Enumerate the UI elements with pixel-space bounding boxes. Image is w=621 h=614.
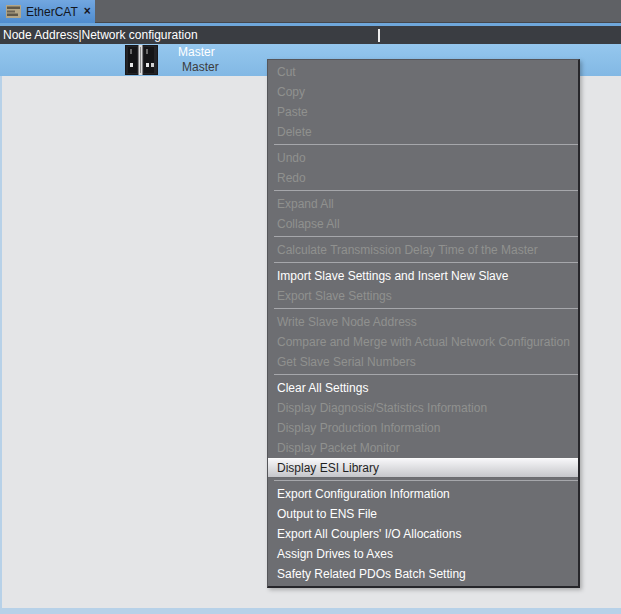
menu-item-display-packet-monitor: Display Packet Monitor <box>268 438 578 458</box>
menu-separator <box>274 308 578 309</box>
menu-item-paste: Paste <box>268 102 578 122</box>
ethercat-icon <box>6 5 21 18</box>
menu-item-display-diagnosis-statistics: Display Diagnosis/Statistics Information <box>268 398 578 418</box>
menu-item-calculate-transmission-delay: Calculate Transmission Delay Time of the… <box>268 240 578 260</box>
master-sublabel: Master <box>182 60 219 74</box>
menu-item-redo: Redo <box>268 168 578 188</box>
tab-label: EtherCAT <box>26 5 78 19</box>
tab-ethercat[interactable]: EtherCAT × <box>0 0 95 23</box>
menu-item-delete: Delete <box>268 122 578 142</box>
menu-item-display-esi-library[interactable]: Display ESI Library <box>268 458 578 478</box>
menu-item-copy: Copy <box>268 82 578 102</box>
menu-item-write-slave-node-address: Write Slave Node Address <box>268 312 578 332</box>
bottom-border <box>0 608 621 614</box>
menu-item-cut: Cut <box>268 62 578 82</box>
menu-separator <box>274 144 578 145</box>
menu-item-assign-drives-to-axes[interactable]: Assign Drives to Axes <box>268 544 578 564</box>
menu-item-get-slave-serial-numbers: Get Slave Serial Numbers <box>268 352 578 372</box>
menu-item-expand-all: Expand All <box>268 194 578 214</box>
menu-item-import-slave-settings[interactable]: Import Slave Settings and Insert New Sla… <box>268 266 578 286</box>
menu-item-collapse-all: Collapse All <box>268 214 578 234</box>
master-label: Master <box>178 45 215 59</box>
menu-separator <box>274 480 578 481</box>
menu-item-export-configuration-information[interactable]: Export Configuration Information <box>268 484 578 504</box>
context-menu: Cut Copy Paste Delete Undo Redo Expand A… <box>267 59 580 588</box>
menu-separator <box>274 236 578 237</box>
master-device-icon <box>125 45 158 75</box>
menu-separator <box>274 190 578 191</box>
menu-separator <box>274 262 578 263</box>
menu-item-output-to-ens-file[interactable]: Output to ENS File <box>268 504 578 524</box>
menu-item-export-all-couplers-io-allocations[interactable]: Export All Couplers' I/O Allocations <box>268 524 578 544</box>
menu-item-compare-and-merge: Compare and Merge with Actual Network Co… <box>268 332 578 352</box>
menu-item-safety-related-pdos-batch-setting[interactable]: Safety Related PDOs Batch Setting <box>268 564 578 584</box>
menu-item-undo: Undo <box>268 148 578 168</box>
menu-separator <box>274 374 578 375</box>
menu-item-display-production-information: Display Production Information <box>268 418 578 438</box>
menu-item-clear-all-settings[interactable]: Clear All Settings <box>268 378 578 398</box>
tab-strip: EtherCAT × <box>0 0 621 23</box>
column-header: Node Address|Network configuration <box>0 26 621 44</box>
menu-item-export-slave-settings: Export Slave Settings <box>268 286 578 306</box>
tab-close-icon[interactable]: × <box>84 5 91 18</box>
header-caret <box>378 29 380 42</box>
